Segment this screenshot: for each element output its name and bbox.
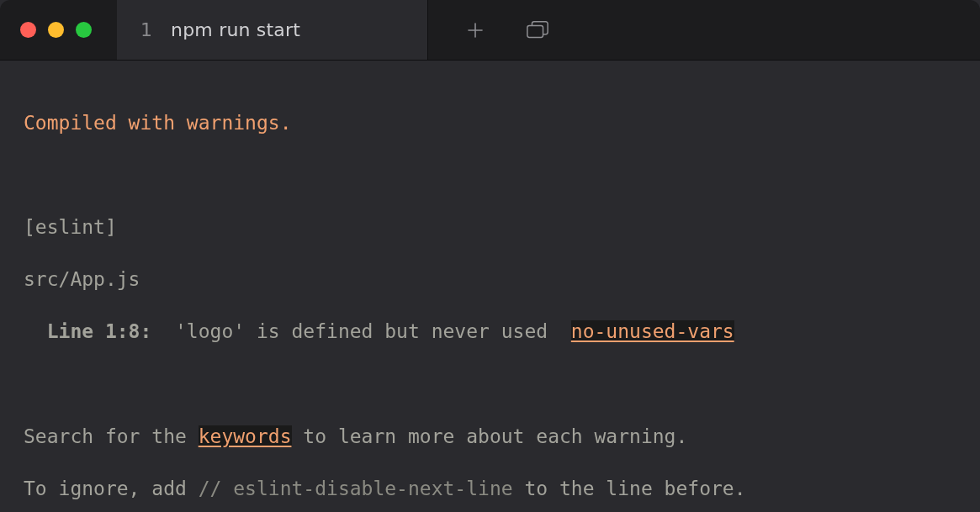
keywords-link[interactable]: keywords bbox=[199, 425, 292, 447]
tab-title: npm run start bbox=[171, 18, 300, 43]
eslint-tag: [eslint] bbox=[24, 216, 117, 238]
search-text-prefix: Search for the bbox=[24, 425, 199, 447]
ignore-text-suffix: to the line before. bbox=[513, 478, 746, 499]
terminal-output[interactable]: Compiled with warnings. [eslint] src/App… bbox=[0, 61, 980, 512]
new-tab-button[interactable] bbox=[464, 18, 487, 42]
tab-index: 1 bbox=[140, 18, 152, 43]
ignore-comment: // eslint-disable-next-line bbox=[199, 478, 513, 499]
tab-active[interactable]: 1 npm run start bbox=[117, 0, 428, 60]
maximize-button[interactable] bbox=[76, 22, 92, 38]
windows-icon bbox=[526, 20, 549, 40]
minimize-button[interactable] bbox=[48, 22, 64, 38]
file-path: src/App.js bbox=[24, 268, 140, 290]
compiled-header: Compiled with warnings. bbox=[24, 112, 292, 134]
svg-rect-2 bbox=[527, 25, 543, 37]
warning-message: 'logo' is defined but never used bbox=[151, 320, 571, 342]
close-button[interactable] bbox=[20, 22, 36, 38]
line-ref: Line 1:8: bbox=[24, 320, 151, 342]
rule-link[interactable]: no-unused-vars bbox=[571, 320, 734, 342]
ignore-text-prefix: To ignore, add bbox=[24, 478, 199, 499]
traffic-lights bbox=[0, 0, 117, 60]
titlebar: 1 npm run start bbox=[0, 0, 980, 61]
tab-actions bbox=[428, 0, 549, 60]
plus-icon bbox=[465, 20, 485, 40]
search-text-suffix: to learn more about each warning. bbox=[292, 425, 688, 447]
windows-button[interactable] bbox=[526, 18, 549, 42]
